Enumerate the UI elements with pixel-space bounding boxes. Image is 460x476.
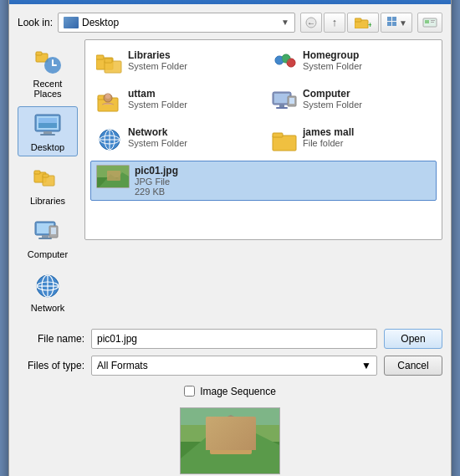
back-button[interactable]: ← xyxy=(300,13,322,33)
sidebar-label-network: Network xyxy=(31,303,64,313)
file-name-input[interactable] xyxy=(91,329,377,349)
file-info-uttam: uttam System Folder xyxy=(128,88,187,110)
new-folder-button[interactable]: + xyxy=(347,13,379,33)
svg-rect-40 xyxy=(96,55,104,59)
file-name-james-mall: james mall xyxy=(303,126,354,138)
computer-icon xyxy=(33,218,63,248)
svg-rect-27 xyxy=(43,174,49,177)
file-name-pic01: pic01.jpg xyxy=(135,165,178,177)
svg-rect-42 xyxy=(105,59,112,63)
sidebar-item-libraries[interactable]: Libraries xyxy=(18,160,78,210)
svg-point-48 xyxy=(287,59,295,67)
file-type-james-mall: File folder xyxy=(303,138,354,148)
toolbar-buttons: ← ↑ + xyxy=(300,13,412,33)
file-info-libraries: Libraries System Folder xyxy=(128,49,187,71)
svg-rect-20 xyxy=(43,131,52,134)
svg-rect-13 xyxy=(431,20,435,21)
file-item-james-mall[interactable]: james mall File folder xyxy=(265,122,437,157)
file-name-libraries: Libraries xyxy=(128,49,187,61)
up-button[interactable]: ↑ xyxy=(324,13,345,33)
svg-rect-14 xyxy=(431,22,434,23)
sidebar-item-network[interactable]: Network xyxy=(18,267,78,317)
sidebar-label-recent-places: Recent Places xyxy=(22,79,74,99)
files-of-type-label: Files of type: xyxy=(18,360,84,371)
svg-text:▼: ▼ xyxy=(399,18,406,28)
svg-rect-77 xyxy=(227,432,234,438)
look-in-label: Look in: xyxy=(18,17,53,28)
extra-button[interactable] xyxy=(417,13,442,33)
image-sequence-row: Image Sequence xyxy=(18,386,442,397)
open-dialog: 📂 Open ✕ Look in: Desktop ▼ ← ↑ xyxy=(8,0,452,476)
svg-rect-25 xyxy=(34,171,40,174)
look-in-dropdown-arrow: ▼ xyxy=(281,18,289,27)
main-area: Recent Places xyxy=(18,39,442,320)
image-sequence-checkbox[interactable] xyxy=(184,386,195,397)
svg-rect-55 xyxy=(279,105,284,107)
svg-rect-65 xyxy=(273,133,283,137)
svg-rect-74 xyxy=(214,421,248,429)
file-size-pic01: 229 KB xyxy=(135,187,178,197)
top-bar: Look in: Desktop ▼ ← ↑ xyxy=(18,13,442,33)
image-sequence-label: Image Sequence xyxy=(200,386,276,397)
file-item-uttam[interactable]: uttam System Folder xyxy=(90,84,262,119)
files-of-type-select[interactable]: All Formats ▼ xyxy=(91,356,377,376)
file-item-computer[interactable]: Computer System Folder xyxy=(265,84,437,119)
svg-rect-4 xyxy=(355,18,361,22)
svg-rect-69 xyxy=(107,171,120,181)
file-name-computer: Computer xyxy=(303,88,362,100)
open-button[interactable]: Open xyxy=(384,329,442,349)
svg-rect-30 xyxy=(42,235,49,238)
file-icon-james-mall xyxy=(271,126,298,153)
dialog-body: Look in: Desktop ▼ ← ↑ xyxy=(9,4,451,477)
preview-area: File Size: 229.3K xyxy=(18,407,442,477)
svg-rect-6 xyxy=(387,17,391,21)
views-button[interactable]: ▼ xyxy=(381,13,412,33)
svg-rect-16 xyxy=(36,52,42,55)
svg-marker-75 xyxy=(210,415,252,425)
sidebar: Recent Places xyxy=(18,39,78,320)
svg-rect-7 xyxy=(392,17,396,21)
file-item-pic01[interactable]: pic01.jpg JPG File 229 KB xyxy=(90,161,437,201)
cancel-button[interactable]: Cancel xyxy=(384,356,442,376)
sidebar-item-recent-places[interactable]: Recent Places xyxy=(18,43,78,103)
file-icon-libraries xyxy=(96,49,123,76)
sidebar-item-desktop[interactable]: Desktop xyxy=(18,106,78,156)
file-item-network[interactable]: Network System Folder xyxy=(90,122,262,157)
file-icon-homegroup xyxy=(271,49,298,76)
file-info-computer: Computer System Folder xyxy=(303,88,362,110)
svg-rect-8 xyxy=(387,22,391,26)
file-type-network: System Folder xyxy=(128,138,187,148)
file-name-label: File name: xyxy=(18,333,84,345)
svg-rect-78 xyxy=(238,432,245,438)
file-item-libraries[interactable]: Libraries System Folder xyxy=(90,45,262,80)
file-name-network: Network xyxy=(128,126,187,138)
svg-text:↑: ↑ xyxy=(332,17,338,28)
file-type-uttam: System Folder xyxy=(128,100,187,110)
sidebar-label-desktop: Desktop xyxy=(31,142,64,152)
recent-places-icon xyxy=(33,47,63,77)
file-icon-computer xyxy=(271,88,298,115)
svg-rect-23 xyxy=(38,123,57,128)
look-in-value-area: Desktop xyxy=(64,17,119,28)
svg-rect-58 xyxy=(289,98,294,104)
file-info-homegroup: Homegroup System Folder xyxy=(303,49,362,71)
bottom-bar: File name: Open Files of type: All Forma… xyxy=(18,329,442,477)
svg-point-52 xyxy=(105,94,110,99)
file-type-homegroup: System Folder xyxy=(303,61,362,71)
sidebar-item-computer[interactable]: Computer xyxy=(18,213,78,264)
sidebar-label-computer: Computer xyxy=(28,249,68,259)
pic01-thumbnail xyxy=(96,165,130,188)
file-name-homegroup: Homegroup xyxy=(303,49,362,61)
look-in-select[interactable]: Desktop ▼ xyxy=(58,13,295,33)
svg-text:←: ← xyxy=(307,18,315,28)
look-in-desktop-icon xyxy=(64,17,79,28)
file-type-computer: System Folder xyxy=(303,100,362,110)
file-item-homegroup[interactable]: Homegroup System Folder xyxy=(265,45,437,80)
file-info-pic01: pic01.jpg JPG File 229 KB xyxy=(135,165,178,197)
files-of-type-arrow: ▼ xyxy=(361,360,371,371)
svg-rect-21 xyxy=(40,134,55,136)
file-name-uttam: uttam xyxy=(128,88,187,100)
file-icon-network xyxy=(96,126,123,153)
preview-image xyxy=(180,407,280,474)
svg-rect-33 xyxy=(51,228,56,234)
